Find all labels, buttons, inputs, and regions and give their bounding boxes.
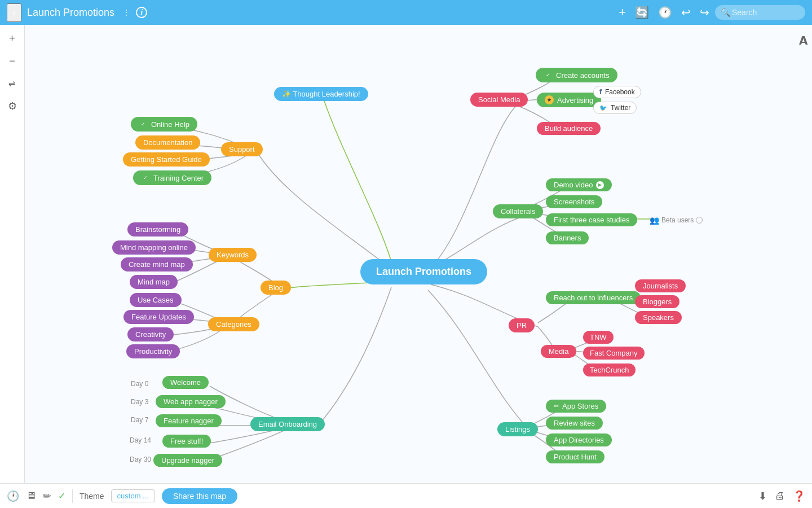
font-size-button[interactable]: 𝗔 bbox=[799, 34, 807, 47]
check-icon: ✓ bbox=[141, 173, 150, 182]
node-label: Mind mapping online bbox=[120, 243, 188, 252]
node-getting-started[interactable]: Getting Started Guide bbox=[123, 152, 210, 167]
node-facebook[interactable]: f Facebook bbox=[593, 86, 641, 98]
redo-icon[interactable]: ↪ bbox=[700, 6, 709, 19]
history-bottom-icon[interactable]: 🕐 bbox=[7, 490, 19, 502]
node-creativity[interactable]: Creativity bbox=[127, 327, 174, 341]
node-label: Listings bbox=[505, 425, 530, 433]
node-feature-nagger[interactable]: Feature nagger bbox=[156, 414, 222, 427]
node-demo-video[interactable]: Demo video ▶ bbox=[546, 178, 612, 191]
history-icon[interactable]: 🕐 bbox=[658, 6, 672, 19]
node-upgrade-nagger[interactable]: Upgrade nagger bbox=[153, 454, 222, 467]
zoom-out-button[interactable]: − bbox=[3, 52, 21, 70]
settings-button[interactable]: ⚙ bbox=[3, 97, 21, 115]
node-fast-company[interactable]: Fast Company bbox=[583, 347, 645, 360]
node-documentation[interactable]: Documentation bbox=[135, 135, 200, 150]
node-support[interactable]: Support bbox=[221, 142, 263, 156]
node-collaterals[interactable]: Collaterals bbox=[493, 204, 543, 218]
node-email-onboarding[interactable]: Email Onboarding bbox=[250, 417, 325, 431]
zoom-in-button[interactable]: + bbox=[3, 29, 21, 47]
node-label: Support bbox=[229, 145, 255, 154]
node-day3-label: Day 3 bbox=[126, 396, 153, 408]
node-speakers[interactable]: Speakers bbox=[635, 311, 682, 324]
node-screenshots[interactable]: Screenshots bbox=[546, 195, 602, 208]
node-tnw[interactable]: TNW bbox=[583, 331, 614, 344]
node-reach-out[interactable]: Reach out to influencers bbox=[546, 291, 641, 304]
node-journalists[interactable]: Journalists bbox=[635, 279, 686, 292]
node-label: Getting Started Guide bbox=[131, 155, 202, 164]
checkmark-icon[interactable]: ✓ bbox=[58, 491, 65, 501]
node-create-accounts[interactable]: ✓ Create accounts bbox=[536, 68, 617, 82]
node-label: Use Cases bbox=[138, 296, 174, 304]
undo-icon[interactable]: ↩ bbox=[681, 6, 691, 19]
center-node[interactable]: Launch Promotions bbox=[360, 259, 487, 284]
pencil-icon: ✏ bbox=[554, 402, 559, 410]
node-label: Welcome bbox=[170, 378, 201, 387]
node-categories[interactable]: Categories bbox=[208, 317, 259, 331]
theme-badge[interactable]: custom ... bbox=[111, 489, 155, 502]
node-app-directories[interactable]: App Directories bbox=[546, 433, 612, 446]
title-dropdown-icon[interactable]: ⋮ bbox=[122, 8, 130, 17]
node-online-help[interactable]: ✓ Online Help bbox=[131, 117, 197, 132]
node-beta-users: 👥 Beta users bbox=[645, 214, 707, 226]
node-banners[interactable]: Banners bbox=[546, 231, 589, 244]
node-label: Email Onboarding bbox=[258, 420, 317, 428]
node-label: Facebook bbox=[605, 88, 635, 96]
node-twitter[interactable]: 🐦 Twitter bbox=[593, 102, 637, 114]
node-feature-updates[interactable]: Feature Updates bbox=[123, 310, 194, 324]
collaborate-icon[interactable]: 🔄 bbox=[635, 6, 649, 19]
node-pr[interactable]: PR bbox=[509, 318, 535, 332]
node-mind-map[interactable]: Mind map bbox=[130, 275, 178, 289]
download-icon[interactable]: ⬇ bbox=[758, 490, 767, 502]
node-media[interactable]: Media bbox=[541, 345, 576, 358]
node-listings[interactable]: Listings bbox=[497, 422, 538, 436]
node-label: Collaterals bbox=[501, 207, 535, 216]
divider bbox=[72, 489, 73, 503]
pen-icon[interactable]: ✏ bbox=[43, 490, 51, 502]
node-social-media[interactable]: Social Media bbox=[470, 93, 528, 107]
node-keywords[interactable]: Keywords bbox=[209, 248, 257, 262]
node-bloggers[interactable]: Bloggers bbox=[635, 295, 679, 308]
node-brainstorming[interactable]: Brainstorming bbox=[127, 222, 188, 237]
node-label: Beta users bbox=[661, 216, 694, 224]
node-training-center[interactable]: ✓ Training Center bbox=[133, 170, 211, 185]
node-advertising[interactable]: ★ Advertising bbox=[537, 93, 601, 107]
node-build-audience[interactable]: Build audience bbox=[537, 122, 601, 135]
node-app-stores[interactable]: ✏ App Stores bbox=[546, 400, 606, 413]
node-label: Demo video bbox=[554, 181, 593, 189]
fb-icon: f bbox=[599, 88, 602, 96]
share-button[interactable]: Share this map bbox=[162, 488, 237, 504]
node-free-stuff[interactable]: Free stuff! bbox=[162, 435, 211, 448]
help-icon[interactable]: ❓ bbox=[793, 490, 805, 502]
node-label: Build audience bbox=[545, 124, 593, 133]
info-icon[interactable]: i bbox=[136, 7, 147, 18]
node-label: Day 7 bbox=[131, 416, 148, 424]
node-label: TechCrunch bbox=[590, 366, 629, 374]
node-label: Review sites bbox=[554, 419, 595, 427]
empty-circle-icon bbox=[696, 217, 703, 224]
node-day14-label: Day 14 bbox=[125, 435, 156, 446]
node-thought-leadership[interactable]: ✨ Thought Leadership! bbox=[274, 87, 368, 101]
fit-map-button[interactable]: ⇌ bbox=[3, 75, 21, 93]
add-node-icon[interactable]: + bbox=[619, 5, 626, 20]
node-mind-mapping-online[interactable]: Mind mapping online bbox=[112, 240, 196, 255]
node-label: Web app nagger bbox=[164, 397, 218, 406]
print-icon[interactable]: 🖨 bbox=[775, 490, 785, 502]
check-icon: ✓ bbox=[544, 71, 553, 80]
node-blog[interactable]: Blog bbox=[261, 281, 291, 295]
node-label: Online Help bbox=[151, 120, 189, 129]
node-web-app-nagger[interactable]: Web app nagger bbox=[156, 395, 226, 408]
back-button[interactable]: ‹ bbox=[7, 3, 21, 22]
screen-icon[interactable]: 🖥 bbox=[26, 490, 36, 502]
node-welcome[interactable]: Welcome bbox=[162, 376, 209, 389]
node-first-three-case-studies[interactable]: First three case studies bbox=[546, 213, 637, 226]
star-icon: ★ bbox=[545, 95, 554, 104]
node-product-hunt[interactable]: Product Hunt bbox=[546, 450, 604, 463]
canvas: .conn { fill: none; stroke-width: 1.5; }… bbox=[25, 25, 812, 483]
node-create-mind-map[interactable]: Create mind map bbox=[121, 257, 193, 271]
node-productivity[interactable]: Productivity bbox=[126, 344, 180, 358]
node-techcrunch[interactable]: TechCrunch bbox=[583, 364, 636, 376]
node-review-sites[interactable]: Review sites bbox=[546, 417, 603, 430]
node-use-cases[interactable]: Use Cases bbox=[130, 293, 182, 307]
node-label: Feature nagger bbox=[164, 417, 214, 425]
